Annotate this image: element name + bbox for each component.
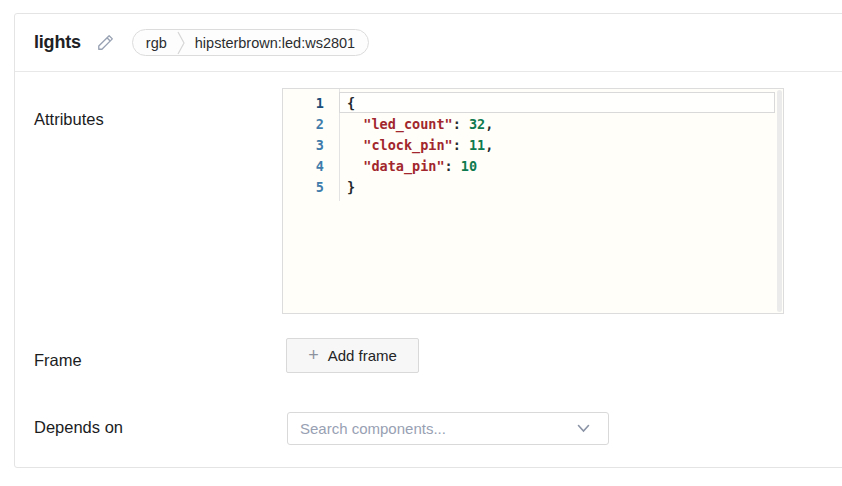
depends-on-select[interactable] (287, 412, 609, 445)
pencil-icon (96, 33, 115, 52)
search-components-input[interactable] (300, 420, 577, 437)
code-text: "led_count": 32, (339, 114, 493, 135)
code-text: "clock_pin": 11, (339, 135, 493, 156)
chevron-right-icon (177, 30, 185, 56)
line-number: 3 (283, 135, 339, 156)
attributes-json-editor[interactable]: 1 { 2 "led_count": 32, 3 "clock_pin": 11… (282, 88, 784, 314)
code-text: "data_pin": 10 (339, 156, 477, 177)
component-title: lights (34, 32, 81, 53)
code-line: 4 "data_pin": 10 (283, 156, 773, 177)
attributes-label: Attributes (34, 110, 104, 129)
component-type-badge: rgb hipsterbrown:led:ws2801 (132, 29, 369, 56)
frame-label: Frame (34, 351, 82, 370)
code-line: 2 "led_count": 32, (283, 114, 773, 135)
code-line: 1 { (283, 93, 773, 114)
line-number: 1 (283, 93, 339, 114)
badge-category: rgb (146, 35, 167, 51)
add-frame-button[interactable]: + Add frame (286, 338, 419, 373)
line-number: 2 (283, 114, 339, 135)
code-line: 5 } (283, 177, 773, 198)
card-header: lights rgb hipsterbrown:led:ws2801 (15, 14, 842, 72)
plus-icon: + (308, 346, 319, 364)
add-frame-label: Add frame (328, 347, 397, 364)
component-config-card: lights rgb hipsterbrown:led:ws2801 Attri… (14, 13, 842, 468)
code-line: 3 "clock_pin": 11, (283, 135, 773, 156)
code-text: { (339, 93, 355, 114)
chevron-down-icon (577, 424, 590, 433)
depends-on-label: Depends on (34, 418, 123, 437)
line-number: 4 (283, 156, 339, 177)
code-text: } (339, 177, 355, 198)
badge-component-id: hipsterbrown:led:ws2801 (195, 35, 355, 51)
edit-title-button[interactable] (96, 33, 115, 52)
line-number: 5 (283, 177, 339, 198)
editor-scrollbar[interactable] (777, 90, 782, 312)
